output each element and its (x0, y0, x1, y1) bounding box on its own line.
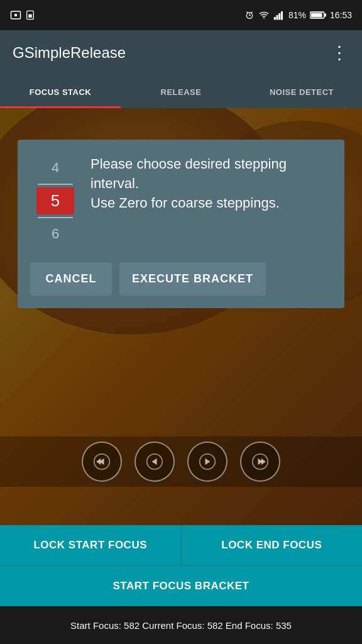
execute-bracket-button[interactable]: EXECUTE BRACKET (119, 262, 266, 296)
alarm-icon (244, 10, 255, 20)
dialog-message: Please choose desired stepping interval.… (90, 155, 332, 247)
tabs-bar: FOCUS STACK RELEASE NOISE DETECT (0, 75, 362, 108)
picker-value-above: 4 (36, 155, 74, 181)
svg-rect-13 (281, 11, 283, 20)
wifi-icon (258, 10, 270, 20)
status-bar-right-icons: 81% 16:53 (244, 10, 352, 20)
prev-icon (146, 453, 163, 470)
prev-button[interactable] (134, 441, 175, 482)
next-icon (199, 453, 216, 470)
battery-icon (310, 11, 326, 19)
svg-marker-23 (206, 458, 211, 465)
nav-controls (0, 436, 362, 487)
lock-start-focus-button[interactable]: LOCK START FOCUS (0, 525, 182, 565)
svg-marker-19 (96, 458, 101, 465)
screenshot-icon (10, 9, 21, 21)
svg-marker-26 (261, 458, 266, 465)
dialog: 4 5 6 Please choose desired stepping int… (18, 140, 344, 308)
picker-divider-bottom (38, 217, 73, 218)
svg-rect-12 (278, 13, 280, 20)
start-focus-bracket-button[interactable]: START FOCUS BRACKET (0, 565, 362, 606)
fast-forward-icon (251, 453, 269, 470)
status-bar: 81% 16:53 (0, 0, 362, 30)
status-bar-left-icons (10, 9, 241, 21)
picker-value-selected[interactable]: 5 (36, 187, 74, 214)
picker-divider-top (38, 184, 73, 185)
svg-line-8 (251, 12, 253, 13)
next-button[interactable] (187, 441, 228, 482)
svg-rect-3 (28, 14, 31, 18)
app-title: GSimpleRelease (13, 44, 126, 62)
main-content: 4 5 6 Please choose desired stepping int… (0, 108, 362, 644)
svg-rect-11 (276, 15, 278, 20)
battery-percent: 81% (288, 10, 306, 20)
rewind-icon (93, 453, 111, 470)
signal-icon (273, 10, 285, 20)
app-bar: GSimpleRelease ⋮ (0, 30, 362, 75)
svg-line-7 (246, 12, 248, 13)
lock-end-focus-button[interactable]: LOCK END FOCUS (182, 525, 363, 565)
number-picker[interactable]: 4 5 6 (30, 155, 80, 247)
status-bar-bottom: Start Focus: 582 Current Focus: 582 End … (0, 606, 362, 644)
svg-point-9 (263, 18, 265, 19)
dialog-body: 4 5 6 Please choose desired stepping int… (30, 155, 332, 247)
svg-point-1 (14, 14, 18, 17)
svg-marker-21 (152, 458, 157, 465)
rewind-button[interactable] (82, 441, 122, 482)
focus-lock-buttons: LOCK START FOCUS LOCK END FOCUS (0, 525, 362, 565)
dialog-buttons: CANCEL EXECUTE BRACKET (30, 262, 332, 296)
bottom-controls: LOCK START FOCUS LOCK END FOCUS START FO… (0, 525, 362, 606)
svg-rect-16 (325, 14, 326, 17)
tab-noise-detect[interactable]: NOISE DETECT (241, 75, 362, 108)
dialog-message-line1: Please choose desired stepping interval.… (90, 156, 287, 211)
svg-rect-10 (274, 17, 276, 20)
svg-rect-15 (311, 13, 322, 18)
time-display: 16:53 (330, 10, 352, 20)
overflow-menu-button[interactable]: ⋮ (331, 44, 349, 62)
focus-status-text: Start Focus: 582 Current Focus: 582 End … (70, 620, 292, 631)
tab-focus-stack[interactable]: FOCUS STACK (0, 75, 121, 108)
sim-icon (25, 9, 35, 21)
cancel-button[interactable]: CANCEL (30, 262, 112, 296)
tab-release[interactable]: RELEASE (121, 75, 241, 108)
picker-value-below: 6 (36, 221, 74, 247)
fast-forward-button[interactable] (240, 441, 280, 482)
